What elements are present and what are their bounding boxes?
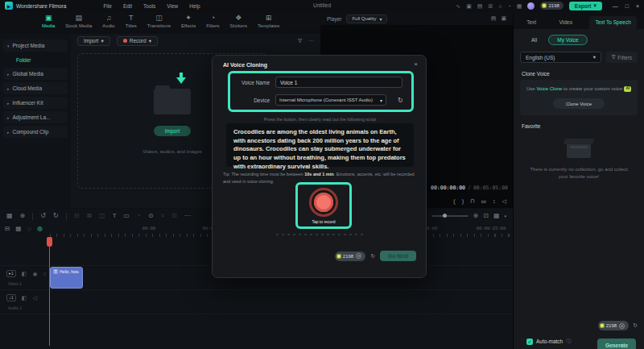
lock-icon[interactable]: ◧ [22, 295, 27, 301]
voice-clone-link[interactable]: Voice Clone [536, 86, 562, 91]
sort-filter-icon[interactable]: ∇ [298, 38, 302, 44]
device-dropdown[interactable]: Internal Microphone (Conexant ISST Audio… [275, 94, 386, 106]
refresh-credits-icon[interactable]: ↻ [370, 253, 375, 260]
marker-icon[interactable]: ⊓ [470, 198, 474, 205]
voiceover-record-icon[interactable]: ◎ [37, 226, 43, 232]
tab-video[interactable]: Video [554, 16, 579, 29]
speed-icon[interactable]: ⊙ [148, 213, 154, 219]
plugin-icon[interactable]: ∿ [456, 3, 460, 9]
audio-stretch-icon[interactable]: ≈ [161, 213, 164, 219]
more-tools-icon[interactable]: ⋯ [184, 213, 191, 219]
tab-effects[interactable]: ✦ Effects [181, 15, 196, 28]
playhead-handle[interactable] [47, 237, 52, 247]
zoom-drag-icon[interactable]: ⊕ [20, 213, 26, 219]
tab-templates[interactable]: ⊞ Templates [258, 15, 279, 28]
redo-icon[interactable]: ↻ [53, 213, 59, 219]
zoom-slider-handle[interactable] [443, 214, 447, 218]
delete-icon[interactable]: ⊟ [74, 213, 80, 219]
filter-all[interactable]: All [531, 37, 537, 43]
next-button[interactable]: Go Next [380, 251, 416, 261]
fit-timeline-icon[interactable]: ⊡ [483, 213, 489, 219]
record-button[interactable]: Record ▾ [117, 36, 158, 46]
tab-media[interactable]: ▣ Media [42, 15, 55, 28]
user-avatar[interactable] [527, 2, 535, 10]
minimize-button[interactable]: — [613, 3, 618, 9]
zoom-in-icon[interactable]: ⊕ [473, 213, 479, 219]
save-icon[interactable]: ▤ [477, 3, 483, 9]
mask-icon[interactable]: ◔ [137, 213, 141, 219]
record-button[interactable] [309, 188, 338, 217]
refresh-icon[interactable]: ↻ [633, 322, 638, 329]
add-credits-icon[interactable]: + [356, 253, 361, 259]
layout-icon[interactable]: ▣ [466, 3, 472, 9]
visibility-icon[interactable]: ◉ [32, 271, 37, 277]
mute-icon[interactable]: ◁ [32, 295, 36, 301]
sidebar-item-adjustment-layer[interactable]: ▸ Adjustment La... [3, 111, 68, 123]
chevron-down-icon[interactable]: ▾ [504, 214, 506, 218]
trim-icon[interactable]: ◫ [99, 213, 105, 219]
magnet-icon[interactable]: ○ [43, 271, 47, 276]
import-button[interactable]: Import ▾ [77, 36, 110, 46]
sidebar-item-cloud-media[interactable]: ▸ Cloud Media [3, 82, 68, 94]
snap-icon[interactable]: ▦ [6, 213, 13, 219]
playhead[interactable] [49, 237, 50, 346]
tab-titles[interactable]: T Titles [126, 15, 137, 28]
refresh-devices-icon[interactable]: ↻ [398, 97, 403, 104]
generate-button[interactable]: Generate [597, 339, 636, 349]
crop-preview-icon[interactable]: ▭ [481, 198, 486, 205]
export-button[interactable]: Export ▾ [569, 2, 602, 10]
menu-file[interactable]: File [103, 3, 111, 9]
track-layout-icon[interactable]: ▦ [15, 226, 21, 232]
dialog-close-icon[interactable]: × [414, 60, 418, 68]
text-clip[interactable]: T Hello, how... [50, 267, 83, 289]
tab-audio[interactable]: ♫ Audio [102, 15, 114, 28]
sidebar-item-project-media[interactable]: ▾ Project Media [3, 39, 68, 52]
language-dropdown[interactable]: English (US) ▾ [520, 52, 601, 63]
add-credits-icon[interactable]: + [619, 323, 625, 329]
copy-icon[interactable]: ⊞ [488, 3, 493, 9]
filters-button[interactable]: ∇ Filters [606, 52, 638, 63]
close-button[interactable]: × [636, 3, 639, 9]
sidebar-item-folder[interactable]: Folder [3, 54, 68, 65]
clone-voice-button[interactable]: Clone Voice [553, 98, 605, 109]
menu-help[interactable]: Help [189, 3, 200, 9]
history-icon[interactable]: ◔ [508, 3, 511, 9]
mark-out-icon[interactable]: ) [462, 198, 464, 204]
workspace-icon[interactable]: ▦ [517, 3, 522, 9]
sidebar-item-global-media[interactable]: ▸ Global Media [3, 68, 68, 80]
track-layout-icon[interactable]: ▦ [493, 213, 500, 219]
keyframe-icon[interactable]: ⊡ [171, 213, 177, 219]
tab-text[interactable]: Text [521, 16, 542, 29]
lock-icon[interactable]: ◧ [22, 271, 27, 277]
menu-edit[interactable]: Edit [123, 3, 132, 9]
menu-tools[interactable]: Tools [143, 3, 155, 9]
crop-icon[interactable]: ▭ [124, 213, 130, 219]
zoom-slider[interactable] [431, 215, 469, 217]
menu-view[interactable]: View [167, 3, 178, 9]
display-settings-icon[interactable]: ▤ [491, 15, 497, 22]
mark-in-icon[interactable]: ( [453, 198, 455, 204]
tab-transitions[interactable]: ◫ Transitions [147, 15, 171, 28]
dropzone-import-button[interactable]: Import [154, 126, 191, 136]
filter-my-voice[interactable]: My Voice [548, 35, 587, 45]
tab-stock-media[interactable]: ▤ Stock Media [65, 15, 92, 28]
speaker-icon[interactable]: ◁ [502, 198, 506, 205]
manage-tracks-icon[interactable]: ⊟ [5, 226, 10, 232]
fullscreen-icon[interactable]: ↕ [493, 198, 496, 204]
pip-view-icon[interactable]: ▣ [501, 15, 506, 22]
maximize-button[interactable]: □ [625, 3, 629, 9]
marker-pen-icon[interactable]: ◇ [27, 226, 31, 232]
split-icon[interactable]: ⊠ [86, 213, 92, 219]
voice-name-input[interactable] [275, 77, 402, 88]
credits-badge[interactable]: 2198 [540, 2, 563, 10]
add-text-icon[interactable]: T [113, 213, 117, 219]
sidebar-item-influencer-kit[interactable]: ▸ Influencer Kit [3, 97, 68, 109]
quality-dropdown[interactable]: Full Quality ▾ [346, 15, 387, 23]
more-options-icon[interactable]: ⋯ [308, 38, 314, 44]
undo-icon[interactable]: ↺ [40, 213, 46, 219]
automatch-checkbox[interactable]: ✓ [526, 339, 533, 345]
tab-stickers[interactable]: ❖ Stickers [230, 15, 247, 28]
home-icon[interactable]: ⌂ [498, 3, 502, 9]
tab-filters[interactable]: ◔ Filters [206, 15, 219, 28]
sidebar-item-compound-clip[interactable]: ▸ Compound Clip [3, 126, 68, 138]
